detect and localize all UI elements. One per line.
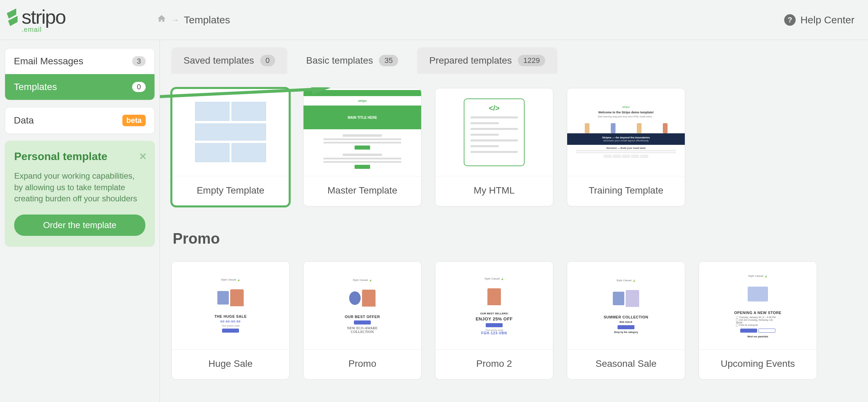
- help-center-link[interactable]: Help Center: [800, 14, 854, 26]
- promo-card: ✕ Personal template Expand your working …: [5, 141, 155, 247]
- template-card-seasonal-sale[interactable]: Style Casual 🍃 SUMMER COLLECTION BIG SAL…: [567, 261, 685, 380]
- sidebar-item-label: Templates: [14, 82, 57, 92]
- template-label: My HTML: [435, 176, 553, 206]
- promo-card-body: Expand your working capabilities, by all…: [14, 170, 145, 204]
- breadcrumb: → Templates: [157, 14, 230, 26]
- template-preview: Style Casual 🍃 SUMMER COLLECTION BIG SAL…: [567, 262, 685, 350]
- sidebar: Email Messages 3 Templates 0 Data beta ✕…: [0, 40, 160, 402]
- logo-mark-icon: [5, 7, 20, 31]
- tab-label: Basic templates: [306, 55, 373, 66]
- template-label: Empty Template: [172, 176, 289, 206]
- tab-label: Saved templates: [184, 55, 254, 66]
- logo-sub: .email: [22, 26, 66, 33]
- promo-card-title: Personal template: [14, 150, 145, 163]
- close-icon[interactable]: ✕: [139, 151, 147, 162]
- sidebar-item-email-messages[interactable]: Email Messages 3: [5, 48, 154, 74]
- beta-badge: beta: [122, 115, 146, 126]
- sidebar-item-count: 0: [132, 82, 146, 92]
- tab-basic-templates[interactable]: Basic templates 35: [294, 47, 410, 74]
- tab-label: Prepared templates: [429, 55, 512, 66]
- breadcrumb-current: Templates: [184, 14, 230, 26]
- template-preview: Style Casual 🍃 THE HUGE SALE 00:00:00:00…: [172, 262, 289, 350]
- sidebar-item-count: 3: [132, 56, 146, 66]
- template-card-empty[interactable]: Empty Template: [171, 88, 290, 206]
- tab-count: 1229: [518, 55, 545, 66]
- template-label: Master Template: [304, 176, 421, 206]
- basic-templates-grid: Empty Template stripo MAIN TITLE HERE: [171, 88, 868, 206]
- sidebar-item-label: Data: [14, 115, 34, 126]
- help-icon[interactable]: ?: [784, 14, 796, 26]
- template-card-huge-sale[interactable]: Style Casual 🍃 THE HUGE SALE 00:00:00:00…: [171, 261, 290, 380]
- template-preview: Style Casual 🍃 OPENING A NEW STORE ◯ Tue…: [699, 262, 817, 350]
- template-label: Upcoming Events: [699, 350, 817, 379]
- sidebar-item-data[interactable]: Data beta: [5, 107, 155, 134]
- breadcrumb-separator-icon: →: [171, 15, 179, 25]
- promo-templates-grid: Style Casual 🍃 THE HUGE SALE 00:00:00:00…: [171, 261, 868, 380]
- sidebar-item-label: Email Messages: [14, 56, 83, 67]
- section-title-promo: Promo: [173, 230, 868, 247]
- template-preview: stripo MAIN TITLE HERE: [304, 88, 421, 176]
- template-label: Promo: [304, 350, 421, 379]
- tab-prepared-templates[interactable]: Prepared templates 1229: [417, 47, 557, 74]
- template-card-promo-2[interactable]: Style Casual 🍃 OUR BEST SELLERS! ENJOY 2…: [435, 261, 553, 380]
- template-tabs: Saved templates 0 Basic templates 35 Pre…: [171, 47, 868, 74]
- tab-saved-templates[interactable]: Saved templates 0: [171, 47, 287, 74]
- code-icon: </>: [471, 104, 518, 113]
- sidebar-item-templates[interactable]: Templates 0: [5, 74, 154, 100]
- topbar: stripo .email → Templates ? Help Center: [0, 0, 868, 40]
- template-label: Promo 2: [435, 350, 553, 379]
- template-card-my-html[interactable]: </> My HTML: [435, 88, 553, 206]
- template-card-promo[interactable]: Style Casual 🍃 OUR BEST OFFER NEW ECO-AW…: [303, 261, 421, 380]
- logo-brand: stripo: [22, 7, 66, 27]
- template-card-training[interactable]: stripo Welcome to the Stripo demo templa…: [567, 88, 685, 206]
- home-icon[interactable]: [157, 14, 166, 26]
- template-label: Seasonal Sale: [567, 350, 685, 379]
- template-preview: stripo Welcome to the Stripo demo templa…: [567, 88, 685, 176]
- template-preview: [172, 88, 289, 176]
- sidebar-menu: Email Messages 3 Templates 0: [5, 48, 155, 100]
- template-preview: Style Casual 🍃 OUR BEST SELLERS! ENJOY 2…: [435, 262, 553, 350]
- tab-count: 0: [260, 55, 275, 66]
- template-label: Training Template: [567, 176, 685, 206]
- template-card-upcoming-events[interactable]: Style Casual 🍃 OPENING A NEW STORE ◯ Tue…: [699, 261, 817, 380]
- tab-count: 35: [379, 55, 398, 66]
- template-card-master[interactable]: stripo MAIN TITLE HERE Master Template: [303, 88, 421, 206]
- template-label: Huge Sale: [172, 350, 289, 379]
- template-preview: Style Casual 🍃 OUR BEST OFFER NEW ECO-AW…: [304, 262, 421, 350]
- order-template-button[interactable]: Order the template: [14, 215, 145, 236]
- template-preview: </>: [435, 88, 553, 176]
- main-content: Saved templates 0 Basic templates 35 Pre…: [160, 40, 868, 402]
- logo[interactable]: stripo .email: [5, 7, 157, 33]
